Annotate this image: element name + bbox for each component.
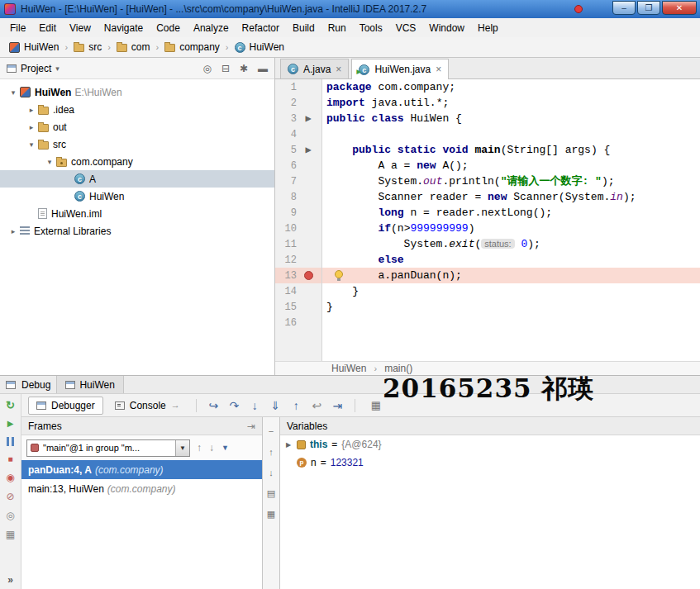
view-breakpoints-icon[interactable]: ◉ — [6, 473, 14, 482]
frame-location: panDuan:4, A — [28, 464, 92, 476]
menu-item-build[interactable]: Build — [286, 19, 321, 37]
resume-icon[interactable]: ▶ — [7, 420, 14, 428]
chevron-down-icon[interactable]: ▾ — [25, 140, 38, 149]
locate-icon[interactable]: ◎ — [202, 64, 211, 74]
project-icon — [20, 87, 31, 97]
pause-icon[interactable] — [7, 437, 14, 446]
tree-item-huiwen[interactable]: cHuiWen — [0, 188, 274, 205]
chevron-right-icon[interactable]: ▸ — [25, 123, 38, 131]
tree-item--idea[interactable]: ▸.idea — [0, 101, 274, 118]
tab-a-java[interactable]: cA.java× — [280, 59, 349, 78]
show-execution-point-icon[interactable]: ↪ — [204, 400, 223, 411]
intention-bulb-icon[interactable] — [335, 270, 343, 278]
pin-icon[interactable]: ⇥ — [247, 421, 255, 431]
code-line-7: 7 System.out.println("请输入一个数字: "); — [275, 173, 700, 189]
drop-frame-icon[interactable]: ↩ — [307, 400, 326, 411]
copy-icon[interactable]: ▤ — [267, 489, 275, 498]
chevron-down-icon[interactable]: ▾ — [7, 88, 20, 97]
step-out-icon[interactable]: ↑ — [287, 400, 306, 411]
console-icon — [115, 401, 125, 410]
tree-item-src[interactable]: ▾src — [0, 135, 274, 153]
collapse-all-icon[interactable]: ⊟ — [221, 64, 230, 74]
chevron-down-icon[interactable]: ▼ — [175, 440, 189, 456]
chevron-right-icon[interactable]: ▶ — [284, 441, 293, 449]
menu-item-run[interactable]: Run — [321, 19, 353, 37]
chevron-right-icon[interactable]: ▸ — [7, 227, 20, 235]
hide-icon[interactable]: − — [269, 427, 274, 436]
folder-icon — [38, 124, 49, 132]
menu-item-vcs[interactable]: VCS — [389, 19, 423, 37]
gutter-cell: 10 — [275, 221, 322, 236]
menu-item-window[interactable]: Window — [422, 19, 471, 37]
tab-huiwen-java[interactable]: cHuiWen.java× — [351, 59, 449, 79]
stop-icon[interactable]: ■ — [7, 455, 12, 463]
force-step-into-icon[interactable]: ⇓ — [266, 400, 285, 411]
chevron-right-icon[interactable]: ▸ — [25, 106, 38, 114]
tab-debugger[interactable]: Debugger — [28, 397, 103, 415]
code-editor[interactable]: 1package com.company;2import java.util.*… — [275, 79, 700, 361]
run-arrow-icon[interactable]: ▶ — [305, 145, 311, 155]
menu-item-analyze[interactable]: Analyze — [187, 19, 236, 37]
up-stack-icon[interactable]: ↑ — [197, 443, 202, 453]
settings-icon[interactable]: ✱ — [240, 64, 248, 74]
close-tab-icon[interactable]: × — [436, 64, 441, 74]
rerun-debug-icon[interactable]: ↻ — [6, 400, 15, 411]
menu-item-tools[interactable]: Tools — [353, 19, 389, 37]
breadcrumb-label: src — [88, 41, 102, 53]
filter-icon[interactable]: ▼ — [221, 444, 229, 452]
variable-row-n[interactable]: pn = 123321 — [280, 454, 700, 472]
menu-item-view[interactable]: View — [63, 19, 98, 37]
frame-row[interactable]: panDuan:4, A (com.company) — [21, 460, 262, 479]
tree-item-a[interactable]: cA — [0, 170, 274, 188]
breadcrumb-item-huiwen[interactable]: HuiWen — [7, 41, 61, 53]
minimize-button[interactable]: – — [612, 1, 636, 15]
more-icon[interactable]: » — [7, 575, 13, 585]
breakpoint-icon[interactable] — [304, 271, 313, 280]
export-icon[interactable]: ▦ — [267, 510, 275, 519]
chevron-down-icon[interactable]: ▾ — [43, 158, 56, 166]
restore-layout-icon[interactable]: ▦ — [371, 400, 381, 411]
menu-item-refactor[interactable]: Refactor — [236, 19, 286, 37]
thread-selector[interactable]: "main"@1 in group "m... ▼ — [26, 439, 190, 457]
down-stack-icon[interactable]: ↓ — [209, 443, 214, 453]
breadcrumb-item-src[interactable]: src — [71, 41, 104, 53]
editor-breadcrumb-item[interactable]: HuiWen — [331, 363, 366, 374]
tree-item-com-company[interactable]: ▾com.company — [0, 153, 274, 170]
menu-item-file[interactable]: File — [3, 19, 32, 37]
code-line-1: 1package com.company; — [275, 79, 700, 95]
breadcrumb-item-company[interactable]: company — [162, 41, 222, 53]
tree-item-huiwen-iml[interactable]: HuiWen.iml — [0, 205, 274, 222]
grid-icon[interactable]: ▦ — [6, 530, 15, 539]
down-icon[interactable]: ↓ — [269, 468, 274, 477]
up-icon[interactable]: ↑ — [269, 448, 274, 457]
mute-breakpoints-icon[interactable]: ⊘ — [6, 492, 14, 501]
step-into-icon[interactable]: ↓ — [245, 400, 264, 411]
variable-row-this[interactable]: ▶this = {A@624} — [280, 435, 700, 454]
chevron-down-icon[interactable]: ▾ — [55, 64, 60, 73]
tree-item-out[interactable]: ▸out — [0, 118, 274, 135]
debug-session-tab[interactable]: HuiWen — [56, 376, 123, 393]
menu-item-edit[interactable]: Edit — [32, 19, 63, 37]
maximize-button[interactable]: ❐ — [637, 1, 660, 15]
code-segment: a.panDuan(n); — [326, 269, 462, 282]
tree-item-huiwen[interactable]: ▾HuiWen E:\HuiWen — [0, 83, 274, 101]
run-to-cursor-icon[interactable]: ⇥ — [328, 400, 347, 411]
editor-breadcrumb-item[interactable]: main() — [384, 363, 412, 374]
folder-icon — [164, 44, 175, 52]
step-over-icon[interactable]: ↷ — [225, 400, 244, 411]
frame-row[interactable]: main:13, HuiWen (com.company) — [21, 479, 262, 498]
close-tab-icon[interactable]: × — [336, 64, 341, 74]
gutter-cell: 16 — [275, 315, 322, 330]
run-arrow-icon[interactable]: ▶ — [305, 114, 311, 124]
breadcrumb-item-huiwen[interactable]: cHuiWen — [232, 41, 287, 53]
thread-dump-icon[interactable]: ◎ — [6, 511, 14, 520]
tab-console[interactable]: Console→ — [107, 397, 188, 415]
line-number: 15 — [275, 302, 297, 313]
tree-item-external-libraries[interactable]: ▸External Libraries — [0, 222, 274, 240]
hide-panel-icon[interactable]: ▬ — [258, 64, 268, 74]
close-button[interactable]: ✕ — [662, 1, 697, 15]
menu-item-code[interactable]: Code — [150, 19, 187, 37]
menu-item-help[interactable]: Help — [471, 19, 505, 37]
menu-item-navigate[interactable]: Navigate — [98, 19, 150, 37]
breadcrumb-item-com[interactable]: com — [114, 41, 153, 53]
